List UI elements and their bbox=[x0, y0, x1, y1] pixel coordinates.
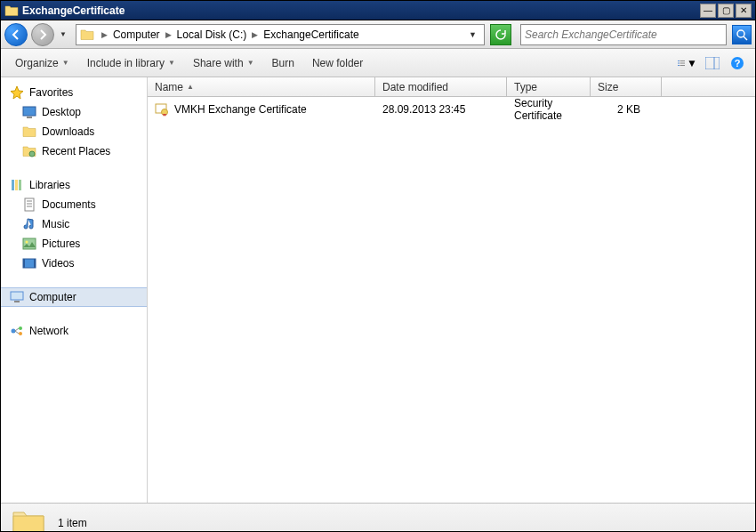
svg-rect-3 bbox=[680, 60, 686, 60]
svg-point-31 bbox=[19, 332, 22, 335]
breadcrumb-drive[interactable]: Local Disk (C:) bbox=[175, 28, 249, 41]
svg-rect-7 bbox=[680, 65, 686, 66]
computer-icon bbox=[10, 290, 24, 304]
view-options-button[interactable]: ▼ bbox=[677, 53, 698, 73]
title-bar: ExchangeCertificate — ▢ ✕ bbox=[1, 1, 755, 20]
breadcrumb-separator[interactable]: ▶ bbox=[162, 30, 175, 39]
videos-icon bbox=[22, 256, 36, 270]
navigation-pane: Favorites Desktop Downloads Recent Place… bbox=[1, 77, 148, 503]
include-in-library-menu[interactable]: Include in library ▼ bbox=[80, 53, 182, 73]
search-box[interactable] bbox=[520, 24, 727, 45]
navigation-bar: ▼ ▶ Computer ▶ Local Disk (C:) ▶ Exchang… bbox=[1, 20, 755, 49]
address-bar[interactable]: ▶ Computer ▶ Local Disk (C:) ▶ ExchangeC… bbox=[76, 24, 485, 45]
close-button[interactable]: ✕ bbox=[736, 4, 752, 18]
libraries-header[interactable]: Libraries bbox=[1, 175, 147, 195]
svg-rect-27 bbox=[11, 292, 23, 300]
column-name[interactable]: Name ▲ bbox=[148, 77, 375, 96]
svg-rect-18 bbox=[25, 198, 34, 211]
pictures-icon bbox=[22, 237, 36, 251]
new-folder-button[interactable]: New folder bbox=[305, 53, 370, 73]
sort-ascending-icon: ▲ bbox=[187, 83, 194, 91]
sidebar-item-label: Pictures bbox=[42, 238, 80, 250]
file-name: VMKH Exchange Certificate bbox=[174, 103, 307, 116]
svg-rect-28 bbox=[14, 301, 20, 302]
search-button[interactable] bbox=[732, 25, 752, 44]
back-button[interactable] bbox=[4, 23, 28, 46]
sidebar-item-label: Music bbox=[42, 218, 69, 230]
file-rows[interactable]: VMKH Exchange Certificate 28.09.2013 23:… bbox=[148, 97, 755, 503]
sidebar-item-videos[interactable]: Videos bbox=[1, 254, 147, 273]
command-bar: Organize ▼ Include in library ▼ Share wi… bbox=[1, 49, 755, 77]
share-with-menu[interactable]: Share with ▼ bbox=[186, 53, 261, 73]
svg-rect-4 bbox=[678, 62, 680, 63]
sidebar-item-downloads[interactable]: Downloads bbox=[1, 122, 147, 141]
svg-point-29 bbox=[12, 329, 16, 334]
sidebar-item-documents[interactable]: Documents bbox=[1, 195, 147, 214]
chevron-down-icon: ▼ bbox=[168, 59, 175, 67]
sidebar-item-computer[interactable]: Computer bbox=[1, 287, 147, 307]
svg-rect-5 bbox=[680, 62, 686, 63]
refresh-button[interactable] bbox=[490, 24, 511, 45]
svg-line-33 bbox=[15, 331, 19, 334]
preview-pane-button[interactable] bbox=[702, 53, 723, 73]
column-headers: Name ▲ Date modified Type Size bbox=[148, 77, 755, 97]
svg-point-30 bbox=[19, 326, 22, 330]
svg-line-32 bbox=[15, 328, 19, 331]
burn-button[interactable]: Burn bbox=[265, 53, 302, 73]
svg-rect-16 bbox=[15, 180, 18, 190]
documents-icon bbox=[22, 197, 36, 212]
sidebar-item-recent-places[interactable]: Recent Places bbox=[1, 141, 147, 161]
address-dropdown-icon[interactable]: ▼ bbox=[465, 30, 480, 39]
share-label: Share with bbox=[193, 57, 244, 69]
include-label: Include in library bbox=[87, 57, 165, 69]
breadcrumb-folder[interactable]: ExchangeCertificate bbox=[261, 28, 360, 41]
column-date[interactable]: Date modified bbox=[375, 77, 507, 96]
svg-rect-6 bbox=[678, 65, 680, 66]
sidebar-item-label: Documents bbox=[42, 198, 96, 211]
column-label: Type bbox=[514, 81, 537, 93]
music-icon bbox=[22, 217, 36, 231]
svg-rect-12 bbox=[23, 107, 36, 116]
history-dropdown-icon[interactable]: ▼ bbox=[60, 30, 67, 38]
help-button[interactable]: ? bbox=[727, 53, 748, 73]
breadcrumb-computer[interactable]: Computer bbox=[111, 28, 162, 41]
libraries-label: Libraries bbox=[29, 179, 70, 191]
forward-button[interactable] bbox=[31, 23, 54, 46]
file-list: Name ▲ Date modified Type Size VMKH Exch… bbox=[148, 77, 755, 503]
column-size[interactable]: Size bbox=[591, 77, 662, 96]
sidebar-item-label: Desktop bbox=[42, 106, 81, 118]
sidebar-item-network[interactable]: Network bbox=[1, 321, 147, 341]
main-content: Favorites Desktop Downloads Recent Place… bbox=[1, 77, 755, 503]
svg-point-14 bbox=[29, 151, 35, 157]
sidebar-item-pictures[interactable]: Pictures bbox=[1, 234, 147, 254]
star-icon bbox=[10, 85, 24, 100]
svg-rect-8 bbox=[705, 57, 720, 69]
svg-rect-26 bbox=[34, 259, 36, 268]
search-input[interactable] bbox=[525, 28, 722, 41]
sidebar-item-desktop[interactable]: Desktop bbox=[1, 102, 147, 122]
svg-rect-2 bbox=[678, 60, 680, 60]
sidebar-item-music[interactable]: Music bbox=[1, 214, 147, 234]
downloads-icon bbox=[22, 125, 36, 139]
svg-rect-15 bbox=[12, 180, 14, 190]
favorites-header[interactable]: Favorites bbox=[1, 83, 147, 102]
folder-icon bbox=[12, 507, 45, 533]
file-row[interactable]: VMKH Exchange Certificate 28.09.2013 23:… bbox=[148, 97, 755, 117]
network-label: Network bbox=[29, 325, 68, 337]
sidebar-item-label: Downloads bbox=[42, 125, 94, 138]
desktop-icon bbox=[22, 105, 36, 119]
window-title: ExchangeCertificate bbox=[22, 4, 700, 17]
svg-point-0 bbox=[737, 30, 744, 37]
organize-label: Organize bbox=[15, 57, 59, 69]
organize-menu[interactable]: Organize ▼ bbox=[8, 53, 76, 73]
window-controls: — ▢ ✕ bbox=[700, 4, 752, 18]
svg-rect-17 bbox=[19, 180, 21, 190]
details-pane: 1 item bbox=[1, 503, 755, 532]
maximize-button[interactable]: ▢ bbox=[718, 4, 734, 18]
breadcrumb-separator[interactable]: ▶ bbox=[248, 30, 261, 39]
favorites-label: Favorites bbox=[29, 86, 73, 99]
column-type[interactable]: Type bbox=[507, 77, 591, 96]
breadcrumb-separator[interactable]: ▶ bbox=[98, 30, 111, 39]
minimize-button[interactable]: — bbox=[700, 4, 716, 18]
chevron-down-icon: ▼ bbox=[247, 59, 254, 67]
